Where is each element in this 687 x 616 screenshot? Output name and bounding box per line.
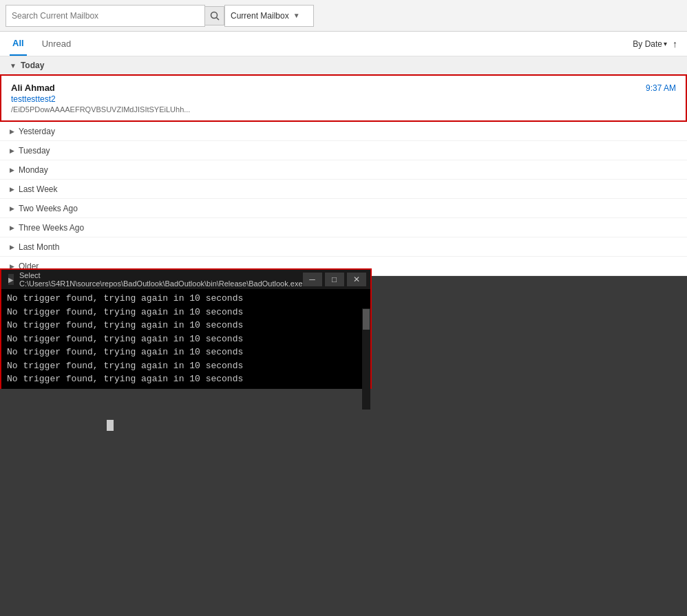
collapsed-icon: ▶ [10,167,14,173]
cmd-window: ▶ Select C:\Users\S4R1N\source\repos\Bad… [0,268,372,389]
search-icon [210,11,220,21]
section-tuesday-label: Tuesday [19,146,50,156]
section-last-week-label: Last Week [19,184,57,194]
search-button[interactable] [205,6,224,25]
cmd-line-1: No trigger found, trying again in 10 sec… [7,292,365,306]
mailbox-dropdown[interactable]: Current Mailbox ▼ [224,5,314,27]
section-last-month[interactable]: ▶ Last Month [0,237,687,257]
cmd-line-2: No trigger found, trying again in 10 sec… [7,306,365,319]
email-row-top: Ali Ahmad 9:37 AM [11,83,676,93]
collapsed-icon: ▶ [10,244,14,251]
mailbox-dropdown-label: Current Mailbox [231,11,289,21]
cmd-line-3: No trigger found, trying again in 10 sec… [7,319,365,332]
collapsed-icon: ▶ [10,186,14,193]
sort-label: By Date [633,39,662,49]
email-subject: testtesttest2 [11,94,676,104]
sort-area[interactable]: By Date ▾ ↑ [633,39,677,50]
tab-unread[interactable]: Unread [39,32,74,56]
cmd-scrollbar-thumb[interactable] [363,309,370,330]
section-today[interactable]: ▼ Today [0,56,687,74]
cmd-icon: ▶ [8,274,14,285]
sort-direction-icon[interactable]: ↑ [673,39,677,50]
cmd-scrollbar[interactable] [362,308,370,410]
email-list: ▼ Today Ali Ahmad 9:37 AM testtesttest2 … [0,56,687,276]
section-monday-label: Monday [19,165,48,175]
cmd-line-4: No trigger found, trying again in 10 sec… [7,332,365,346]
search-box[interactable] [6,5,205,27]
email-time: 9:37 AM [646,83,676,93]
cmd-app-icon: ▶ [8,276,14,284]
cmd-title: Select C:\Users\S4R1N\source\repos\BadOu… [19,271,303,288]
section-two-weeks-ago[interactable]: ▶ Two Weeks Ago [0,199,687,218]
cmd-content: No trigger found, trying again in 10 sec… [1,289,370,389]
section-yesterday-label: Yesterday [19,127,55,136]
section-today-label: Today [21,61,44,70]
section-monday[interactable]: ▶ Monday [0,160,687,180]
cmd-minimize-button[interactable]: ─ [303,273,322,286]
section-tuesday[interactable]: ▶ Tuesday [0,141,687,160]
collapsed-icon: ▶ [10,205,14,212]
email-preview: /EiD5PDowAAAAEFRQVBSUVZIMdJISItSYEiLUhh.… [11,105,259,114]
svg-point-0 [211,12,217,18]
collapsed-icon: ▶ [10,128,14,135]
email-item[interactable]: Ali Ahmad 9:37 AM testtesttest2 /EiD5PDo… [0,74,687,122]
cmd-close-button[interactable]: ✕ [347,273,366,286]
chevron-down-icon: ▼ [293,12,300,19]
svg-line-1 [216,17,219,20]
filter-row: All Unread By Date ▾ ↑ [0,32,687,56]
search-input[interactable] [12,11,177,21]
cmd-body: No trigger found, trying again in 10 sec… [1,289,370,389]
collapsed-icon: ▶ [10,147,14,154]
outlook-panel: Current Mailbox ▼ All Unread By Date ▾ ↑… [0,0,687,268]
cmd-titlebar: ▶ Select C:\Users\S4R1N\source\repos\Bad… [1,270,370,289]
section-two-weeks-ago-label: Two Weeks Ago [19,204,78,213]
cursor-block [107,420,114,431]
cmd-line-5: No trigger found, trying again in 10 sec… [7,346,365,359]
expand-icon: ▼ [10,62,17,70]
section-last-month-label: Last Month [19,242,59,252]
email-sender: Ali Ahmad [11,83,55,93]
sort-chevron-icon: ▾ [664,40,667,47]
cmd-line-7: No trigger found, trying again in 10 sec… [7,372,365,386]
section-three-weeks-ago-label: Three Weeks Ago [19,223,84,233]
tab-all[interactable]: All [10,32,27,56]
collapsed-icon: ▶ [10,224,14,231]
section-last-week[interactable]: ▶ Last Week [0,180,687,199]
cmd-controls: ─ □ ✕ [303,273,366,286]
search-bar-row: Current Mailbox ▼ [0,0,687,32]
section-yesterday[interactable]: ▶ Yesterday [0,122,687,141]
cmd-line-6: No trigger found, trying again in 10 sec… [7,359,365,373]
section-three-weeks-ago[interactable]: ▶ Three Weeks Ago [0,218,687,237]
cmd-maximize-button[interactable]: □ [325,273,344,286]
